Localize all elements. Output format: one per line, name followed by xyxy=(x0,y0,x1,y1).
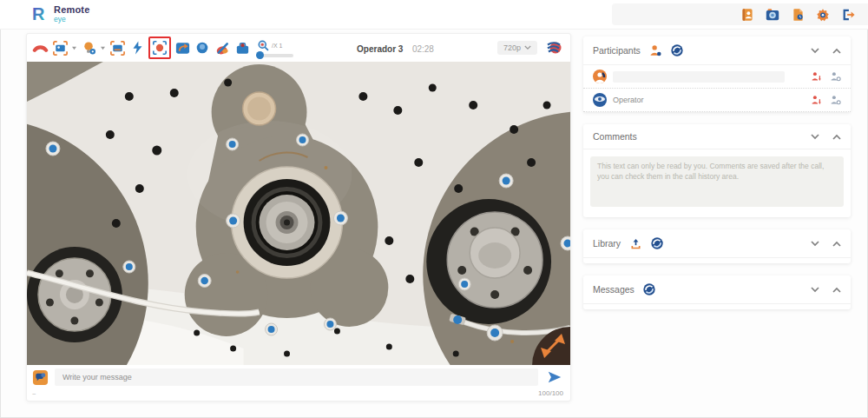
refresh-icon[interactable] xyxy=(650,236,664,250)
remove-participant-icon[interactable] xyxy=(811,71,822,83)
send-icon xyxy=(546,369,563,385)
operator-name: Operador 3 xyxy=(357,44,403,54)
messages-title: Messages xyxy=(593,284,635,295)
participant-permissions-icon[interactable] xyxy=(830,71,841,83)
zoom-control: /X 1 xyxy=(257,39,293,57)
settings-icon[interactable] xyxy=(815,7,831,23)
files-icon[interactable] xyxy=(790,7,806,23)
comments-input[interactable] xyxy=(590,156,844,207)
brand-sub: eye xyxy=(54,16,90,23)
invite-participant-icon[interactable] xyxy=(648,43,662,57)
participants-panel: Participants xyxy=(583,36,851,112)
chat-footer: -- 100/100 xyxy=(27,389,570,401)
chevron-down-icon[interactable] xyxy=(100,45,106,50)
remove-participant-icon[interactable] xyxy=(811,95,822,106)
chat-bar xyxy=(27,365,570,389)
logout-icon[interactable] xyxy=(840,7,856,23)
chat-message-input[interactable] xyxy=(55,368,538,386)
app-header: R Remote eye xyxy=(0,0,868,30)
hangup-icon[interactable] xyxy=(31,39,49,56)
contacts-icon[interactable] xyxy=(740,7,755,23)
upload-icon[interactable] xyxy=(628,236,642,250)
screen-share-icon[interactable] xyxy=(174,39,191,56)
quality-value: 720p xyxy=(503,43,521,52)
chevron-up-icon[interactable] xyxy=(832,48,841,54)
avatar xyxy=(593,70,607,83)
annotate-icon[interactable] xyxy=(214,39,231,56)
camera-icon[interactable] xyxy=(194,39,211,56)
participant-row[interactable] xyxy=(583,65,851,89)
svg-text:R: R xyxy=(32,4,45,23)
chevron-down-icon[interactable] xyxy=(811,134,819,140)
participant-permissions-icon[interactable] xyxy=(830,95,841,106)
freeze-icon[interactable] xyxy=(108,39,126,56)
participant-name: Operator xyxy=(613,96,644,104)
connection-icon[interactable] xyxy=(545,39,562,56)
remote-video-feed[interactable] xyxy=(27,62,570,365)
chevron-down-icon[interactable] xyxy=(811,48,819,54)
chevron-down-icon[interactable] xyxy=(71,45,77,50)
chevron-up-icon[interactable] xyxy=(832,287,841,293)
sidebar: Participants xyxy=(583,36,851,309)
call-timer: 02:28 xyxy=(412,44,434,54)
chevron-down-icon xyxy=(524,45,531,50)
resize-handle[interactable]: -- xyxy=(32,389,35,397)
library-panel: Library xyxy=(583,229,851,263)
remote-eye-logo-icon: R xyxy=(30,4,49,23)
chevron-down-icon[interactable] xyxy=(811,287,819,293)
quality-select[interactable]: 720p xyxy=(497,41,537,55)
brand-name: Remote xyxy=(54,5,90,15)
zoom-slider-thumb[interactable] xyxy=(256,51,264,59)
send-message-button[interactable] xyxy=(544,368,565,386)
refresh-icon[interactable] xyxy=(642,282,656,296)
library-title: Library xyxy=(593,238,621,249)
call-info: Operador 3 02:28 xyxy=(296,40,495,56)
participant-row[interactable]: Operator xyxy=(583,89,851,112)
zoom-slider[interactable] xyxy=(257,54,293,57)
participants-title: Participants xyxy=(593,45,641,56)
app-logo[interactable]: R Remote eye xyxy=(30,4,90,23)
call-toolbar: /X 1 Operador 3 02:28 720p xyxy=(27,34,570,62)
chevron-up-icon[interactable] xyxy=(832,241,841,247)
messages-panel: Messages xyxy=(583,275,851,309)
record-icon[interactable] xyxy=(152,40,168,56)
chevron-up-icon[interactable] xyxy=(832,134,841,140)
comments-title: Comments xyxy=(593,131,637,142)
flashlight-icon[interactable] xyxy=(80,39,97,56)
library-header: Library xyxy=(583,229,851,258)
toolbox-icon[interactable] xyxy=(233,39,251,56)
call-card: /X 1 Operador 3 02:28 720p xyxy=(26,33,571,401)
messages-header: Messages xyxy=(583,275,851,304)
zoom-level-label: /X 1 xyxy=(272,43,282,49)
record-button-highlight xyxy=(148,36,171,59)
participants-header: Participants xyxy=(583,36,851,65)
chevron-down-icon[interactable] xyxy=(811,241,819,247)
header-actions xyxy=(612,3,868,25)
quick-messages-icon[interactable] xyxy=(32,369,49,386)
comments-panel: Comments xyxy=(583,124,851,217)
snapshot-icon[interactable] xyxy=(51,39,69,56)
comments-header: Comments xyxy=(583,124,851,149)
zoom-icon[interactable] xyxy=(257,39,270,52)
avatar xyxy=(593,93,607,107)
char-counter: 100/100 xyxy=(538,389,563,397)
participant-name-redacted xyxy=(613,71,785,83)
captures-icon[interactable] xyxy=(765,7,780,23)
flash-icon[interactable] xyxy=(128,39,146,56)
refresh-icon[interactable] xyxy=(670,43,684,57)
